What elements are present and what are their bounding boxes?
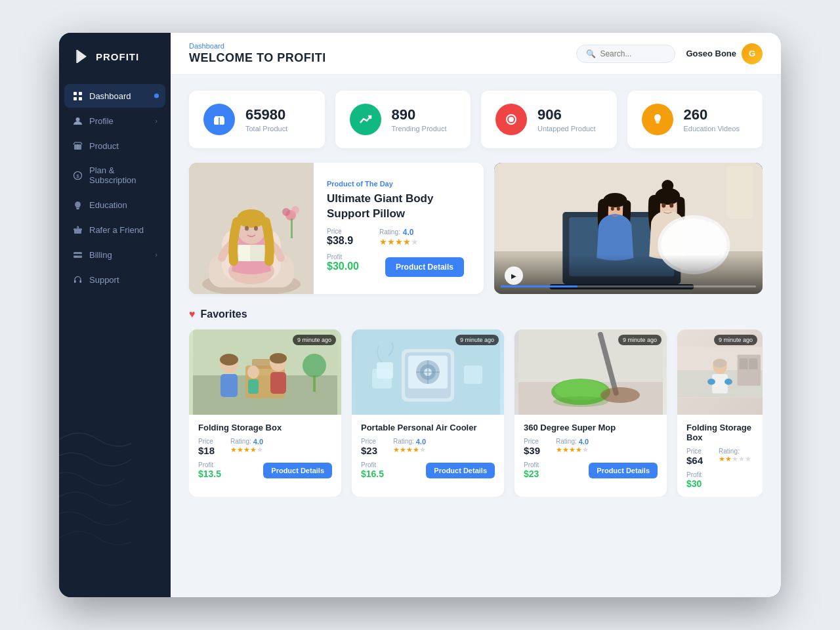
stat-value: 260 xyxy=(684,106,740,123)
product-of-day-card: Product of The Day Ultimate Giant Body S… xyxy=(189,163,484,294)
chevron-right-icon: › xyxy=(155,117,158,125)
svg-rect-46 xyxy=(727,166,753,219)
logo-text: PROFITI xyxy=(96,51,139,62)
svg-rect-4 xyxy=(74,97,77,100)
fav-badge-1: 9 minute ago xyxy=(455,335,499,345)
svg-point-6 xyxy=(75,117,79,121)
svg-rect-17 xyxy=(75,256,77,257)
stat-icon-untapped xyxy=(495,104,527,135)
search-input[interactable] xyxy=(600,49,665,58)
svg-point-35 xyxy=(245,226,249,231)
product-price-row: Price $38.9 Rating: 4.0 ★★★★★ xyxy=(327,228,471,247)
screen-wrapper: PROFITI Dashboard P xyxy=(59,33,781,597)
product-illustration xyxy=(189,163,314,294)
fav-profit-col-0: Profit $13.5 xyxy=(198,461,221,479)
fav-details-button-2[interactable]: Product Details xyxy=(589,463,658,478)
sidebar-item-label: Dashboard xyxy=(89,91,131,101)
stat-icon-trending xyxy=(350,104,381,135)
sidebar-item-product[interactable]: Product xyxy=(64,134,165,158)
sidebar-item-label: Support xyxy=(89,275,119,285)
fav-price-col-3: Price $64 xyxy=(686,448,703,466)
fav-rating-col-2: Rating: 4.0 ★★★★★ xyxy=(556,438,589,456)
fav-title-0: Folding Storage Box xyxy=(198,423,332,432)
stat-card-untapped: 906 Untapped Product xyxy=(481,91,617,148)
search-icon: 🔍 xyxy=(586,49,596,58)
svg-rect-103 xyxy=(749,358,757,369)
sidebar-item-dashboard[interactable]: Dashboard xyxy=(64,84,165,108)
svg-point-58 xyxy=(670,203,674,208)
fav-badge-0: 9 minute ago xyxy=(293,335,336,345)
svg-rect-18 xyxy=(74,280,76,283)
product-video-row: Product of The Day Ultimate Giant Body S… xyxy=(189,163,763,294)
stat-info-trending: 890 Trending Product xyxy=(392,106,447,133)
fav-profit-col-3: Profit $30 xyxy=(686,471,702,489)
stat-icon-total xyxy=(203,104,235,135)
avatar[interactable]: G xyxy=(742,43,763,64)
video-progress-fill xyxy=(501,285,578,287)
sidebar-item-label: Billing xyxy=(89,250,112,260)
fav-details-button-0[interactable]: Product Details xyxy=(263,463,332,478)
stats-row: 65980 Total Product 890 Trending Prod xyxy=(189,91,763,148)
sidebar-item-profile[interactable]: Profile › xyxy=(64,109,165,133)
svg-text:$: $ xyxy=(76,173,79,179)
fav-price-val-0: $18 xyxy=(198,445,215,456)
user-icon xyxy=(72,116,83,126)
stat-info-total: 65980 Total Product xyxy=(245,106,287,133)
search-box[interactable]: 🔍 xyxy=(576,45,675,63)
fav-info-2: 360 Degree Super Mop Price $39 Rating: xyxy=(514,415,667,487)
svg-point-34 xyxy=(237,209,266,228)
svg-rect-25 xyxy=(656,123,659,124)
product-of-day-tag: Product of The Day xyxy=(327,180,471,188)
svg-rect-24 xyxy=(656,121,660,123)
fav-title-3: Folding Storage Box xyxy=(686,423,753,442)
product-details-button[interactable]: Product Details xyxy=(385,257,464,277)
fav-profit-label-1: Profit xyxy=(361,461,384,469)
lightbulb-icon xyxy=(72,200,83,210)
stat-label: Trending Product xyxy=(392,125,447,133)
fav-info-1: Portable Personal Air Cooler Price $23 R… xyxy=(352,415,504,487)
fav-rating-label-0: Rating: 4.0 xyxy=(230,438,263,446)
fav-title-2: 360 Degree Super Mop xyxy=(524,423,658,432)
video-overlay xyxy=(494,255,763,294)
svg-point-100 xyxy=(724,379,732,385)
product-details: Product of The Day Ultimate Giant Body S… xyxy=(314,163,484,294)
fav-bottom-row-0: Profit $13.5 Product Details xyxy=(198,461,332,479)
svg-point-53 xyxy=(617,207,620,211)
sidebar-item-label: Plan & Subscription xyxy=(89,165,158,185)
svg-point-38 xyxy=(291,206,299,214)
fav-info-0: Folding Storage Box Price $18 Rating: 4 xyxy=(189,415,341,487)
sidebar-item-refer-friend[interactable]: Rafer a Friend xyxy=(64,218,165,242)
fav-price-label-1: Price xyxy=(361,438,377,445)
sidebar-item-plan-subscription[interactable]: $ Plan & Subscription xyxy=(64,159,165,192)
svg-point-73 xyxy=(303,354,326,377)
price-label: Price xyxy=(327,228,353,235)
sidebar-item-support[interactable]: Support xyxy=(64,268,165,291)
sidebar-item-label: Profile xyxy=(89,116,114,126)
fav-stars-3: ★★★★★ xyxy=(719,455,751,463)
fav-rating-label-1: Rating: 4.0 xyxy=(393,438,426,446)
fav-details-button-1[interactable]: Product Details xyxy=(426,463,495,478)
rating-value: 4.0 xyxy=(403,228,414,237)
svg-point-36 xyxy=(254,226,258,231)
fav-stars-2: ★★★★★ xyxy=(556,446,589,454)
svg-point-51 xyxy=(604,193,627,207)
headset-icon xyxy=(72,274,83,285)
stat-icon-education xyxy=(642,104,673,135)
svg-rect-2 xyxy=(74,92,77,95)
fav-image-wrap-3: 9 minute ago xyxy=(677,329,763,415)
chevron-right-icon: › xyxy=(155,251,158,259)
fav-rating-col-3: Rating: ★★★★★ xyxy=(719,448,751,466)
svg-rect-12 xyxy=(76,209,79,209)
svg-point-57 xyxy=(662,203,666,208)
sidebar-item-education[interactable]: Education xyxy=(64,193,165,217)
favorites-section: ♥ Favorites xyxy=(189,308,763,497)
video-progress-bar xyxy=(501,285,756,287)
profit-column: Profit $30.00 xyxy=(327,253,359,277)
favorite-card-2: 9 minute ago 360 Degree Super Mop Price … xyxy=(514,329,667,497)
user-info: Goseo Bone G xyxy=(686,43,763,64)
star-rating: ★★★★★ xyxy=(379,237,419,247)
header-right: 🔍 Goseo Bone G xyxy=(576,43,763,64)
fav-rating-col-1: Rating: 4.0 ★★★★★ xyxy=(393,438,426,456)
rating-column: Rating: 4.0 ★★★★★ xyxy=(379,228,419,247)
sidebar-item-billing[interactable]: Billing › xyxy=(64,243,165,266)
